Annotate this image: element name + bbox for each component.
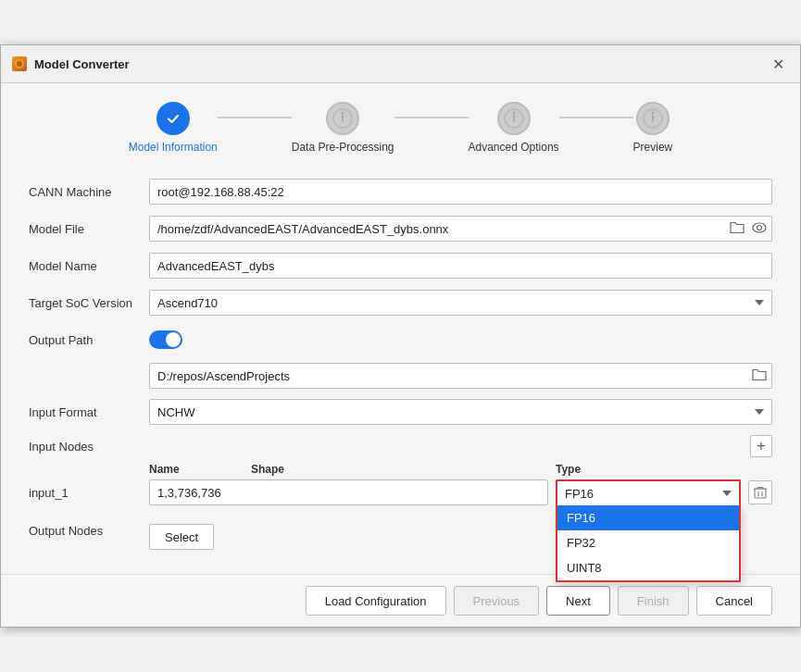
col-header-name: Name	[149, 463, 251, 476]
svg-point-1	[17, 61, 22, 67]
model-name-row: Model Name	[29, 252, 772, 280]
output-path-label: Output Path	[29, 333, 149, 347]
step-advanced-options[interactable]: Advanced Options	[469, 102, 559, 154]
node-type-wrap: FP16 FP32 UINT8 FP16 FP32 UINT8	[556, 479, 741, 505]
col-header-type: Type	[556, 463, 741, 476]
dropdown-item-fp16[interactable]: FP16	[557, 505, 739, 530]
input-format-control: NCHW NHWC	[149, 399, 772, 425]
output-path-toggle-row: Output Path	[29, 326, 772, 354]
svg-point-10	[757, 226, 762, 230]
cancel-button[interactable]: Cancel	[696, 586, 772, 616]
output-path-input-row	[29, 363, 772, 389]
node-shape-input[interactable]	[149, 479, 548, 505]
input-format-select[interactable]: NCHW NHWC	[149, 399, 772, 425]
svg-point-8	[651, 112, 654, 115]
output-path-control	[149, 363, 772, 389]
output-path-input[interactable]	[149, 363, 772, 389]
app-icon	[12, 56, 27, 71]
add-node-button[interactable]: +	[750, 435, 772, 457]
model-name-input[interactable]	[149, 253, 772, 279]
svg-point-2	[164, 109, 182, 128]
model-file-control	[149, 216, 772, 242]
model-name-control	[149, 253, 772, 279]
target-soc-row: Target SoC Version Ascend710 Ascend910	[29, 289, 772, 317]
step-label-4: Preview	[633, 141, 673, 154]
svg-point-4	[342, 112, 344, 115]
connector-1-2	[218, 117, 292, 118]
target-soc-control: Ascend710 Ascend910	[149, 290, 772, 316]
target-soc-select[interactable]: Ascend710 Ascend910	[149, 290, 772, 316]
window-title: Model Converter	[34, 57, 130, 71]
step-label-2: Data Pre-Processing	[292, 141, 394, 154]
finish-button[interactable]: Finish	[618, 586, 689, 616]
cann-machine-input[interactable]	[149, 179, 772, 205]
step-data-pre-processing[interactable]: Data Pre-Processing	[292, 102, 394, 154]
node-row-input1: input_1 FP16 FP32 UINT8 FP16 FP32 UINT8	[29, 479, 772, 505]
node-name-cell: input_1	[29, 486, 149, 500]
step-circle-3	[497, 102, 531, 135]
output-path-toggle-wrap	[149, 330, 182, 349]
node-type-select[interactable]: FP16 FP32 UINT8	[556, 479, 741, 505]
model-converter-window: Model Converter ✕ Model Information	[0, 44, 801, 628]
output-nodes-label: Output Nodes	[29, 524, 149, 538]
input-nodes-header-row: Input Nodes +	[29, 435, 772, 457]
folder-icon[interactable]	[730, 221, 745, 237]
type-dropdown: FP16 FP32 UINT8	[556, 505, 741, 582]
title-bar-left: Model Converter	[12, 56, 130, 71]
step-circle-2	[326, 102, 359, 135]
title-bar: Model Converter ✕	[1, 45, 800, 83]
svg-point-9	[753, 223, 766, 232]
model-file-row: Model File	[29, 215, 772, 243]
table-header-row: Name Shape Type	[29, 463, 772, 476]
toggle-knob	[166, 332, 181, 347]
connector-3-4	[559, 117, 633, 118]
cann-machine-label: CANN Machine	[29, 185, 149, 199]
cann-machine-row: CANN Machine	[29, 178, 772, 205]
dropdown-item-fp32[interactable]: FP32	[557, 530, 739, 555]
step-label-1: Model Information	[129, 141, 218, 154]
col-header-shape: Shape	[251, 463, 556, 476]
form-content: CANN Machine Model File	[1, 168, 800, 574]
step-label-3: Advanced Options	[469, 141, 559, 154]
previous-button[interactable]: Previous	[454, 586, 540, 616]
step-circle-1	[156, 102, 190, 135]
target-soc-label: Target SoC Version	[29, 296, 149, 310]
select-button[interactable]: Select	[149, 524, 214, 550]
model-file-label: Model File	[29, 222, 149, 236]
svg-rect-11	[755, 489, 766, 498]
delete-node-button[interactable]	[748, 480, 772, 504]
dropdown-item-uint8[interactable]: UINT8	[557, 555, 739, 580]
eye-icon[interactable]	[752, 221, 767, 236]
plus-icon: +	[757, 438, 765, 454]
step-circle-4	[636, 102, 670, 135]
output-path-toggle[interactable]	[149, 330, 182, 349]
model-file-input[interactable]	[149, 216, 772, 242]
step-model-information[interactable]: Model Information	[129, 102, 218, 154]
window-close-button[interactable]: ✕	[767, 53, 789, 75]
node-shape-wrap	[149, 479, 548, 505]
model-name-label: Model Name	[29, 259, 149, 273]
input-nodes-label: Input Nodes	[29, 440, 149, 454]
connector-2-3	[394, 117, 469, 118]
cann-machine-control	[149, 179, 772, 205]
svg-point-6	[512, 112, 515, 115]
input-format-label: Input Format	[29, 405, 149, 419]
output-nodes-control: Select	[149, 524, 214, 550]
output-folder-icon[interactable]	[752, 368, 767, 384]
step-preview[interactable]: Preview	[633, 102, 673, 154]
next-button[interactable]: Next	[546, 586, 610, 616]
input-format-row: Input Format NCHW NHWC	[29, 398, 772, 426]
stepper: Model Information Data Pre-Processing	[1, 83, 800, 168]
load-configuration-button[interactable]: Load Configuration	[306, 586, 446, 616]
